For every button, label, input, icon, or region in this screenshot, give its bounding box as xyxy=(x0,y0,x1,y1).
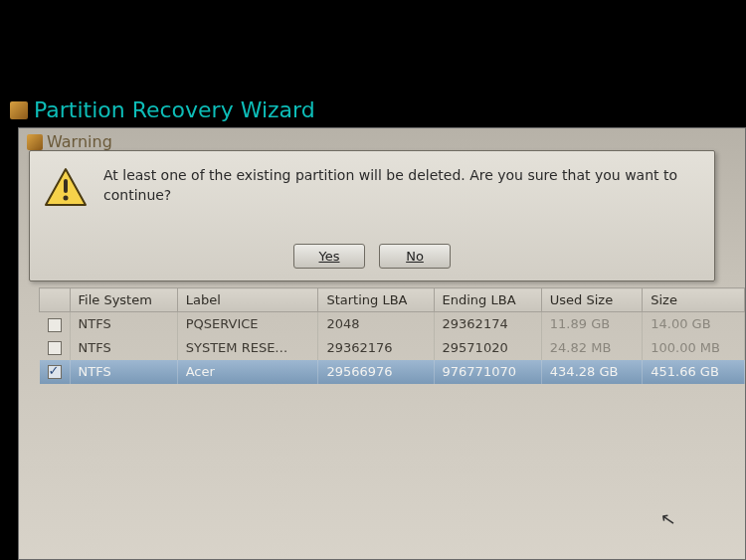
col-header-check[interactable] xyxy=(40,288,71,312)
col-header-label[interactable]: Label xyxy=(177,288,318,312)
cell-usedSize: 434.28 GB xyxy=(541,360,642,384)
row-checkbox-cell[interactable] xyxy=(40,360,71,384)
col-header-end-lba[interactable]: Ending LBA xyxy=(434,288,541,312)
cell-fs: NTFS xyxy=(70,360,177,384)
wizard-icon xyxy=(10,101,28,119)
cell-fs: NTFS xyxy=(70,312,177,336)
row-checkbox-cell[interactable] xyxy=(40,312,71,336)
table-row[interactable]: NTFSAcer29566976976771070434.28 GB451.66… xyxy=(40,360,745,384)
cell-startLBA: 29566976 xyxy=(318,360,434,384)
cell-endLBA: 976771070 xyxy=(434,360,541,384)
svg-rect-1 xyxy=(64,179,68,193)
inner-titlebar: Warning xyxy=(27,132,112,151)
col-header-filesystem[interactable]: File System xyxy=(70,288,177,312)
no-button[interactable]: No xyxy=(379,244,451,269)
window-titlebar: Partition Recovery Wizard xyxy=(10,97,315,122)
row-checkbox[interactable] xyxy=(48,341,62,355)
dialog-message: At least one of the existing partition w… xyxy=(103,165,694,238)
dialog-button-row: Yes No xyxy=(30,244,714,280)
svg-point-2 xyxy=(64,196,69,201)
row-checkbox-cell[interactable] xyxy=(40,336,71,360)
table-header-row: File System Label Starting LBA Ending LB… xyxy=(40,288,745,312)
cell-endLBA: 29571020 xyxy=(434,336,541,360)
cell-endLBA: 29362174 xyxy=(434,312,541,336)
col-header-used-size[interactable]: Used Size xyxy=(541,288,642,312)
window-title-text: Partition Recovery Wizard xyxy=(34,97,315,122)
cell-label: Acer xyxy=(177,360,318,384)
cell-usedSize: 11.89 GB xyxy=(541,312,642,336)
partition-table: File System Label Starting LBA Ending LB… xyxy=(39,287,745,384)
cell-size: 100.00 MB xyxy=(643,336,745,360)
cell-startLBA: 2048 xyxy=(318,312,434,336)
col-header-size[interactable]: Size xyxy=(643,288,745,312)
cell-size: 14.00 GB xyxy=(643,312,745,336)
cell-startLBA: 29362176 xyxy=(318,336,434,360)
cell-label: SYSTEM RESE… xyxy=(177,336,318,360)
row-checkbox[interactable] xyxy=(48,318,62,332)
table-row[interactable]: NTFSPQSERVICE20482936217411.89 GB14.00 G… xyxy=(40,312,745,336)
inner-title-text: Warning xyxy=(47,132,112,151)
dialog-body: At least one of the existing partition w… xyxy=(30,151,714,244)
cell-size: 451.66 GB xyxy=(643,360,745,384)
warning-icon xyxy=(44,167,88,207)
confirm-dialog: At least one of the existing partition w… xyxy=(29,150,715,281)
main-panel: Warning At least one of the existing par… xyxy=(18,127,746,560)
mouse-cursor-icon: ↖ xyxy=(658,507,677,530)
wizard-icon xyxy=(27,134,43,150)
cell-usedSize: 24.82 MB xyxy=(541,336,642,360)
cell-label: PQSERVICE xyxy=(177,312,318,336)
table-row[interactable]: NTFSSYSTEM RESE…293621762957102024.82 MB… xyxy=(40,336,745,360)
col-header-start-lba[interactable]: Starting LBA xyxy=(318,288,434,312)
yes-button[interactable]: Yes xyxy=(293,244,365,269)
cell-fs: NTFS xyxy=(70,336,177,360)
partition-table-wrap: File System Label Starting LBA Ending LB… xyxy=(39,287,745,559)
row-checkbox[interactable] xyxy=(48,365,62,379)
